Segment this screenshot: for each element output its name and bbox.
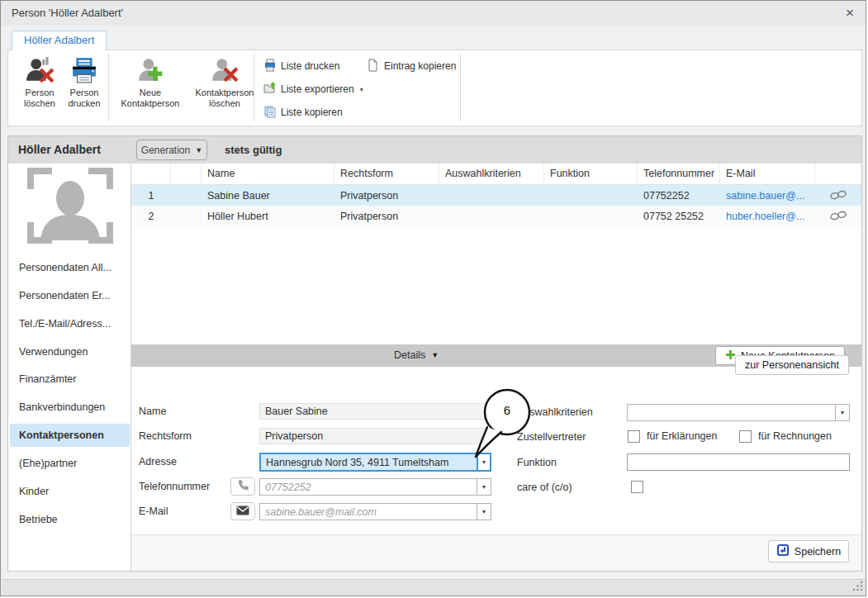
fuer-rechnungen-label: für Rechnungen: [758, 430, 832, 444]
sidebar-item-kontaktpersonen[interactable]: Kontaktpersonen: [10, 424, 130, 447]
export-icon: [263, 82, 277, 97]
link-icon[interactable]: [815, 210, 861, 223]
telefonnummer-combo: ▾: [259, 478, 491, 496]
ribbon-toolbar: Person löschen Person drucken: [7, 50, 862, 126]
liste-drucken-button[interactable]: Liste drucken: [263, 57, 339, 75]
telefonnummer-input[interactable]: [259, 478, 477, 496]
sidebar-item-finanzaemter[interactable]: Finanzämter: [10, 368, 130, 391]
column-header-auswahlkriterien[interactable]: Auswahlkriterien: [439, 164, 544, 184]
cell-email-link[interactable]: huber.hoeller@...: [720, 211, 815, 222]
envelope-icon: [236, 505, 249, 518]
neue-kontaktperson-toolbar-button[interactable]: Neue Kontaktperson: [116, 55, 184, 122]
phone-button[interactable]: [230, 477, 255, 496]
print-icon: [263, 59, 277, 74]
email-dropdown-button[interactable]: ▾: [477, 503, 491, 520]
speichern-button[interactable]: Speichern: [768, 540, 849, 562]
column-header-telefonnummer[interactable]: Telefonnummer: [638, 164, 720, 184]
person-delete-icon: [18, 56, 61, 87]
column-header-funktion[interactable]: Funktion: [544, 164, 638, 184]
sidebar-item-bankverbindungen[interactable]: Bankverbindungen: [10, 396, 130, 419]
column-header-rechtsform[interactable]: Rechtsform: [334, 164, 439, 184]
liste-kopieren-button[interactable]: Liste kopieren: [263, 103, 343, 121]
email-button[interactable]: [230, 502, 255, 520]
person-loeschen-button[interactable]: Person löschen: [18, 55, 61, 122]
title-bar: Person 'Höller Adalbert' ×: [1, 1, 866, 26]
close-icon[interactable]: ×: [846, 3, 854, 23]
auswahlkriterien-input[interactable]: [627, 404, 835, 421]
name-field: Bauer Sabine: [259, 403, 491, 420]
toolbar-separator: [254, 54, 254, 121]
adresse-dropdown-button[interactable]: ▾: [477, 453, 491, 472]
sidebar-item-ehepartner[interactable]: (Ehe)partner: [10, 452, 130, 475]
copy-icon: [263, 105, 277, 121]
generation-dropdown[interactable]: Generation ▼: [136, 140, 207, 160]
fuer-rechnungen-checkbox[interactable]: [739, 430, 752, 443]
sidebar-item-tel-email-adresse[interactable]: Tel./E-Mail/Adress...: [10, 312, 130, 335]
eintrag-kopieren-button[interactable]: Eintrag kopieren: [367, 57, 456, 75]
resize-grip[interactable]: [852, 581, 863, 594]
person-print-icon: [63, 56, 106, 87]
record-header: Höller Adalbert Generation ▼ stets gülti…: [8, 136, 861, 164]
main-panel: Höller Adalbert Generation ▼ stets gülti…: [7, 135, 862, 572]
funktion-input[interactable]: [627, 453, 850, 471]
details-toggle[interactable]: Details ▼: [394, 344, 439, 367]
table-row[interactable]: 2 Höller Hubert Privatperson 07752 25252…: [131, 206, 861, 226]
sidebar-item-betriebe[interactable]: Betriebe: [10, 508, 130, 531]
sidebar-item-personendaten-erweitert[interactable]: Personendaten Er...: [10, 284, 130, 307]
adresse-input[interactable]: [259, 453, 477, 472]
auswahlkriterien-dropdown-button[interactable]: ▾: [835, 404, 850, 421]
person-add-icon: [116, 56, 184, 87]
column-header-name[interactable]: Name: [202, 164, 334, 184]
telefonnummer-dropdown-button[interactable]: ▾: [477, 478, 491, 496]
adresse-combo: ▾: [259, 453, 491, 472]
eintrag-kopieren-label: Eintrag kopieren: [384, 60, 456, 72]
toolbar-separator: [460, 54, 461, 121]
content-area: Name Rechtsform Auswahlkriterien Funktio…: [131, 164, 861, 571]
rechtsform-label: Rechtsform: [139, 428, 192, 445]
chevron-down-icon: ▾: [360, 86, 363, 93]
window-title: Person 'Höller Adalbert': [12, 1, 123, 26]
cell-telefonnummer: 07752252: [638, 190, 720, 202]
cell-email-link[interactable]: sabine.bauer@...: [720, 190, 815, 202]
link-icon[interactable]: [815, 189, 861, 202]
sidebar-item-kinder[interactable]: Kinder: [10, 480, 130, 503]
fuer-erklaerungen-checkbox[interactable]: [628, 430, 640, 443]
person-loeschen-label: Person löschen: [18, 88, 61, 109]
column-header-blank[interactable]: [171, 164, 202, 184]
care-of-checkbox[interactable]: [631, 481, 643, 493]
liste-drucken-label: Liste drucken: [281, 60, 339, 72]
zur-personenansicht-label: zur Personenansicht: [745, 359, 839, 371]
kontaktperson-loeschen-button[interactable]: Kontaktperson löschen: [188, 55, 261, 122]
sidebar-item-verwendungen[interactable]: Verwendungen: [10, 340, 130, 363]
care-of-label: care of (c/o): [517, 479, 572, 496]
record-title: Höller Adalbert: [18, 136, 101, 164]
dialog-window: Person 'Höller Adalbert' × Höller Adalbe…: [0, 0, 866, 596]
adresse-label: Adresse: [139, 453, 177, 471]
auswahlkriterien-combo: ▾: [627, 404, 850, 421]
zur-personenansicht-button[interactable]: zur Personenansicht: [735, 355, 849, 375]
column-header-email[interactable]: E-Mail: [720, 164, 815, 184]
cell-name: Sabine Bauer: [202, 190, 334, 202]
cell-rechtsform: Privatperson: [334, 190, 439, 202]
liste-exportieren-button[interactable]: Liste exportieren ▾: [263, 80, 363, 98]
avatar: [27, 168, 113, 246]
rechtsform-field: Privatperson: [259, 428, 491, 444]
column-header-link[interactable]: [815, 164, 861, 184]
sidebar-item-personendaten-allgemein[interactable]: Personendaten All...: [10, 256, 130, 279]
person-drucken-button[interactable]: Person drucken: [63, 55, 106, 122]
table-row[interactable]: 1 Sabine Bauer Privatperson 07752252 sab…: [131, 185, 861, 206]
telefonnummer-label: Telefonnummer: [139, 478, 210, 496]
tab-hoeller-adalbert[interactable]: Höller Adalbert: [12, 31, 107, 50]
page-copy-icon: [367, 59, 380, 74]
column-header-number[interactable]: [131, 164, 171, 184]
email-input[interactable]: [259, 503, 477, 520]
cell-rechtsform: Privatperson: [334, 211, 439, 222]
email-combo: ▾: [259, 503, 491, 520]
status-bar: [2, 579, 866, 596]
save-icon: [776, 543, 790, 559]
funktion-label: Funktion: [517, 454, 557, 472]
auswahlkriterien-label: Auswahlkriterien: [517, 404, 593, 421]
save-strip: Speichern: [131, 534, 861, 571]
person-remove-icon: [188, 56, 261, 87]
phone-icon: [237, 479, 249, 494]
